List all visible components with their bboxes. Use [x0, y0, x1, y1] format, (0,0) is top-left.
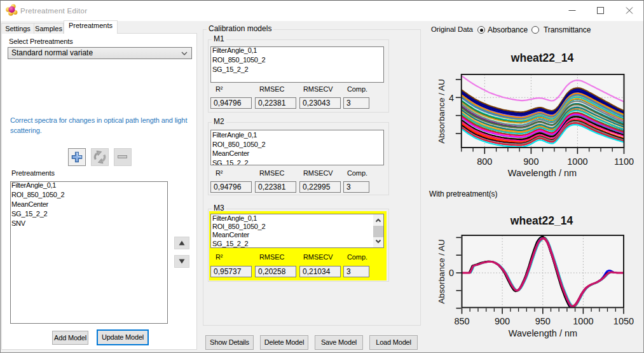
- svg-text:Wavelength / nm: Wavelength / nm: [508, 168, 577, 178]
- svg-text:wheat22_14: wheat22_14: [510, 52, 574, 64]
- svg-text:Absorbance / AU: Absorbance / AU: [437, 79, 446, 143]
- svg-text:1100: 1100: [614, 156, 634, 167]
- svg-text:900: 900: [523, 156, 538, 167]
- svg-text:1000: 1000: [567, 156, 587, 167]
- svg-text:wheat22_14: wheat22_14: [510, 214, 573, 227]
- svg-text:Wavelength / nm: Wavelength / nm: [509, 328, 577, 338]
- svg-text:Absorbance / AU: Absorbance / AU: [437, 239, 446, 303]
- svg-text:850: 850: [454, 316, 469, 326]
- svg-text:0: 0: [449, 268, 454, 278]
- svg-text:950: 950: [535, 316, 551, 326]
- svg-text:900: 900: [495, 316, 510, 326]
- svg-text:4: 4: [449, 93, 454, 103]
- svg-text:1000: 1000: [573, 316, 593, 326]
- svg-text:1050: 1050: [613, 316, 634, 326]
- svg-text:800: 800: [477, 156, 492, 167]
